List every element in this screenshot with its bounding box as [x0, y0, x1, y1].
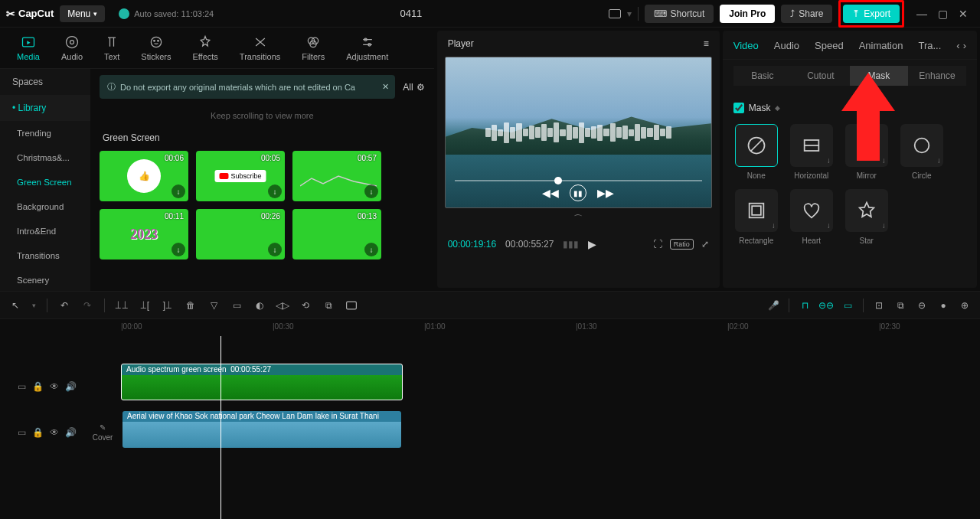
- player-menu-icon[interactable]: ≡: [704, 38, 709, 49]
- download-icon[interactable]: ↓: [364, 243, 378, 256]
- play-icon[interactable]: ▶: [588, 238, 596, 250]
- video-preview[interactable]: ◀◀ ▮▮ ▶▶: [445, 57, 712, 208]
- download-icon[interactable]: ↓: [268, 184, 282, 198]
- share-button[interactable]: ⤴ Share: [781, 5, 832, 23]
- sidebar-christmas[interactable]: Christmas&...: [0, 145, 90, 170]
- layout-icon[interactable]: [609, 9, 621, 18]
- chevron-right-icon[interactable]: ›: [963, 40, 966, 51]
- zoom-in-icon[interactable]: ⊕: [959, 299, 971, 312]
- fullscreen-icon[interactable]: ⤢: [701, 239, 709, 250]
- clip-aerial-view[interactable]: Aerial view of Khao Sok national park Ch…: [122, 411, 401, 448]
- menu-button[interactable]: Menu ▾: [60, 5, 105, 22]
- next-icon[interactable]: ▶▶: [597, 187, 614, 199]
- sidebar-background[interactable]: Background: [0, 194, 90, 219]
- reverse-icon[interactable]: ◐: [253, 299, 266, 312]
- sidebar-transitions[interactable]: Transitions: [0, 243, 90, 268]
- tab-text[interactable]: Text: [93, 30, 130, 66]
- clip-audio-spectrum[interactable]: Audio spectrum green screen 00:00:55:27: [121, 364, 403, 400]
- marker-icon[interactable]: ▽: [207, 299, 220, 312]
- thumb-plain[interactable]: 00:26↓: [196, 209, 285, 260]
- mask-horizontal[interactable]: ↓Horizontal: [789, 124, 835, 180]
- mask-checkbox[interactable]: Mask ◆: [733, 103, 966, 113]
- preview-progress[interactable]: [455, 180, 702, 181]
- mask-none[interactable]: None: [733, 124, 779, 180]
- download-icon[interactable]: ↓: [172, 243, 185, 256]
- sidebar-trending[interactable]: Trending: [0, 121, 90, 145]
- shortcut-button[interactable]: ⌨ Shortcut: [645, 5, 714, 23]
- track-lock-icon[interactable]: 🔒: [32, 381, 44, 392]
- mirror-icon[interactable]: ◁▷: [276, 299, 289, 312]
- mask-heart[interactable]: ↓Heart: [789, 189, 835, 245]
- cursor-icon[interactable]: ↖: [9, 299, 21, 312]
- track-mute-icon[interactable]: 🔊: [65, 381, 77, 392]
- rtab-animation[interactable]: Animation: [859, 40, 903, 51]
- cover-button[interactable]: ✎ Cover: [84, 423, 121, 442]
- thumb-like[interactable]: 00:06👍↓: [100, 151, 188, 201]
- minimize-icon[interactable]: —: [916, 8, 927, 20]
- rtab-video[interactable]: Video: [733, 40, 759, 51]
- split-right-icon[interactable]: ]⟘: [162, 299, 174, 312]
- play-pause-icon[interactable]: ▮▮: [570, 184, 586, 201]
- timeline-ruler[interactable]: |00:00 |00:30 |01:00 |01:30 |02:00 |02:3…: [0, 319, 980, 336]
- export-button[interactable]: ⤒ Export: [843, 5, 900, 23]
- subtab-enhance[interactable]: Enhance: [908, 66, 966, 86]
- zoom-out-icon[interactable]: ⊖: [916, 299, 928, 312]
- ratio-button[interactable]: Ratio: [670, 239, 694, 250]
- tab-transitions[interactable]: Transitions: [229, 30, 291, 66]
- track-mute-icon[interactable]: 🔊: [65, 427, 77, 438]
- mic-icon[interactable]: 🎤: [767, 299, 779, 312]
- thumb-2023[interactable]: 00:112023↓: [100, 209, 188, 260]
- download-icon[interactable]: ↓: [364, 184, 378, 198]
- split-left-icon[interactable]: ⟘[: [139, 299, 151, 312]
- mask-rectangle[interactable]: ↓Rectangle: [733, 189, 779, 245]
- tab-audio[interactable]: Audio: [51, 30, 93, 66]
- close-icon[interactable]: ✕: [959, 8, 968, 20]
- split-icon[interactable]: ⟘⟘: [116, 299, 128, 312]
- link-icon[interactable]: ⊖⊖: [820, 299, 832, 312]
- mask-circle[interactable]: ↓Circle: [899, 124, 945, 180]
- prev-icon[interactable]: ◀◀: [542, 187, 559, 199]
- track-eye-icon[interactable]: 👁: [50, 381, 59, 392]
- join-pro-button[interactable]: Join Pro: [720, 5, 775, 23]
- subtab-mask[interactable]: Mask: [850, 66, 908, 86]
- sidebar-scenery[interactable]: Scenery: [0, 268, 90, 291]
- sidebar-spaces[interactable]: Spaces: [0, 69, 90, 95]
- download-icon[interactable]: ↓: [268, 243, 282, 256]
- subtab-basic[interactable]: Basic: [733, 66, 792, 86]
- pro-icon[interactable]: [345, 299, 358, 312]
- notice-close-icon[interactable]: ✕: [382, 82, 389, 92]
- track-lock-icon[interactable]: 🔒: [32, 427, 44, 438]
- color-bars-icon[interactable]: ▮▮▮: [563, 239, 579, 250]
- playhead[interactable]: [220, 336, 221, 519]
- sidebar-introend[interactable]: Intro&End: [0, 219, 90, 243]
- maximize-icon[interactable]: ▢: [938, 8, 948, 20]
- mask-star[interactable]: ↓Star: [844, 189, 890, 245]
- magnet-icon[interactable]: ⊓: [799, 299, 811, 312]
- thumb-plain2[interactable]: 00:13↓: [292, 209, 381, 260]
- delete-icon[interactable]: 🗑: [185, 299, 197, 312]
- rtab-speed[interactable]: Speed: [815, 40, 844, 51]
- rtab-track[interactable]: Tra...: [918, 40, 941, 51]
- tab-effects[interactable]: Effects: [181, 30, 228, 66]
- track-collapse-icon[interactable]: ▭: [18, 381, 26, 392]
- fit-icon[interactable]: ⊡: [873, 299, 885, 312]
- rtab-audio[interactable]: Audio: [774, 40, 799, 51]
- mask-mirror[interactable]: ↓Mirror: [844, 124, 890, 180]
- undo-icon[interactable]: ↶: [58, 299, 70, 312]
- scan-icon[interactable]: ⛶: [653, 239, 662, 250]
- track-collapse-icon[interactable]: ▭: [18, 427, 26, 438]
- player-collapse-icon[interactable]: ⌒: [437, 208, 720, 230]
- frame-icon[interactable]: ▭: [230, 299, 243, 312]
- redo-icon[interactable]: ↷: [81, 299, 93, 312]
- preview-toggle-icon[interactable]: ▭: [841, 299, 854, 312]
- int-icon[interactable]: ⧉: [894, 299, 906, 312]
- sidebar-library[interactable]: • Library: [0, 95, 90, 121]
- rotate-icon[interactable]: ⟲: [299, 299, 312, 312]
- subtab-cutout[interactable]: Cutout: [792, 66, 850, 86]
- thumb-subscribe[interactable]: 00:05Subscribe↓: [196, 151, 285, 201]
- tab-filters[interactable]: Filters: [291, 30, 335, 66]
- sidebar-greenscreen[interactable]: Green Screen: [0, 170, 90, 194]
- all-filter[interactable]: All ⚙: [403, 82, 424, 93]
- track-eye-icon[interactable]: 👁: [50, 427, 59, 438]
- zoom-slider-icon[interactable]: ●: [937, 299, 949, 312]
